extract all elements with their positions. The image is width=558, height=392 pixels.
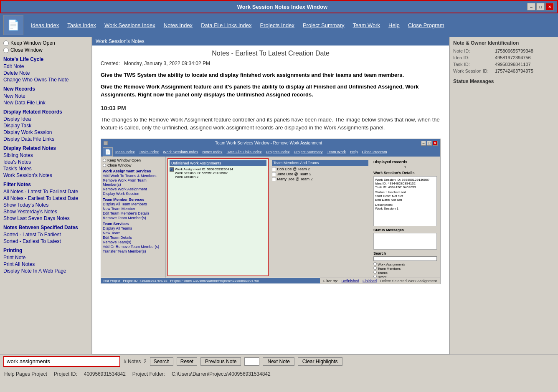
ss-work-item-details: Work Assignment ID: 50080593230414 Work … <box>175 167 233 179</box>
idea-id-value: 49581972394756 <box>495 55 531 60</box>
status-messages-title: Status Messages <box>453 78 555 84</box>
app-logo: 📄 <box>3 15 23 35</box>
ss-radio-team-members: Team Members <box>373 266 437 271</box>
menu-ideas-index[interactable]: Ideas Index <box>27 20 63 30</box>
ss-menu-help: Help <box>348 150 360 154</box>
minimize-button[interactable]: – <box>527 3 535 10</box>
show-last-seven-link[interactable]: Show Last Seven Days Notes <box>3 215 88 221</box>
menu-work-sessions-index[interactable]: Work Sessions Index <box>100 20 160 30</box>
work-session-notes-link[interactable]: Work Session's Notes <box>3 172 88 178</box>
ss-work-item: ✓ Work Assignment ID: 50080593230414 Wor… <box>170 167 266 179</box>
search-input[interactable] <box>3 356 120 367</box>
menu-project-summary[interactable]: Project Summary <box>299 20 349 30</box>
ss-team-member-2: Jane Doe @ Team 2 <box>272 172 369 176</box>
sidebar: Keep Window Open Close Window Note's Lif… <box>0 37 92 354</box>
all-notes-earliest-link[interactable]: All Notes - Earliest To Latest Date <box>3 195 88 201</box>
folder-label: Project Folder: <box>132 371 165 377</box>
menu-bar: 📄 Ideas Index Tasks Index Work Sessions … <box>0 13 558 37</box>
menu-tasks-index[interactable]: Tasks Index <box>63 20 100 30</box>
right-panel: Note & Owner Identification Note ID: 175… <box>449 37 558 354</box>
ss-search-title: Search <box>373 251 437 255</box>
display-task-link[interactable]: Display Task <box>3 123 88 129</box>
title-bar: Work Session Notes Index Window – □ ✕ <box>0 0 558 13</box>
identification-title: Note & Owner Identification <box>453 40 555 46</box>
created-label: Created: <box>101 61 120 66</box>
ss-delete-btn: Delete Selected Work Assignment <box>380 279 437 283</box>
reset-button[interactable]: Reset <box>177 357 197 366</box>
keep-window-open-radio[interactable] <box>3 40 9 46</box>
note-number-input[interactable] <box>244 357 259 366</box>
ss-filter-bar: Filter By: Unfinished Finished Delete Se… <box>320 278 440 284</box>
sorted-earliest-link[interactable]: Sorted - Earliest To Latest <box>3 238 88 244</box>
ss-unfinished-header: Unfinished Work Assignments <box>170 160 266 166</box>
printing-title: Printing <box>3 248 88 253</box>
ss-member1-check <box>272 167 276 171</box>
sibling-notes-link[interactable]: Sibling Notes <box>3 152 88 158</box>
task-id-row: Task ID: 49958396841107 <box>453 62 555 67</box>
all-notes-latest-link[interactable]: All Notes - Latest To Earliest Date <box>3 189 88 195</box>
embedded-screenshot: Team Work Services Window - Remove Work … <box>101 139 441 284</box>
edit-note-link[interactable]: Edit Note <box>3 63 88 69</box>
search-button[interactable]: Search <box>150 357 173 366</box>
note-body-bold1: Give the TWS System the ability to locat… <box>92 68 449 83</box>
note-created: Created: Monday, January 3, 2022 09:34:0… <box>92 59 449 68</box>
display-data-file-links-link[interactable]: Display Data File Links <box>3 136 88 142</box>
new-data-file-link-link[interactable]: New Data File Link <box>3 100 88 106</box>
project-id-label: Project ID: <box>54 371 77 377</box>
show-yesterday-link[interactable]: Show Yesterday's Notes <box>3 209 88 215</box>
note-body-bold2: Give the Remove Work Assignment feature … <box>92 83 449 102</box>
display-work-session-link[interactable]: Display Work Session <box>3 129 88 135</box>
ss-main-content: Unfinished Work Assignments ✓ Work Assig… <box>166 157 440 278</box>
tasks-notes-link[interactable]: Task's Notes <box>3 166 88 172</box>
ss-status-bar: Test Project Project ID: 439388953704768… <box>101 278 320 283</box>
clear-highlights-button[interactable]: Clear Highlights <box>298 357 342 366</box>
menu-team-work[interactable]: Team Work <box>349 20 385 30</box>
ss-member2-check <box>272 172 276 176</box>
print-note-link[interactable]: Print Note <box>3 255 88 260</box>
keep-window-open-option[interactable]: Keep Window Open <box>3 40 88 46</box>
menu-notes-index[interactable]: Notes Index <box>160 20 197 30</box>
menu-projects-index[interactable]: Projects Index <box>256 20 299 30</box>
new-note-link[interactable]: New Note <box>3 93 88 99</box>
restore-button[interactable]: □ <box>536 3 545 10</box>
delete-note-link[interactable]: Delete Note <box>3 70 88 76</box>
folder-path: C:\Users\Darren\Projects\400956931534842 <box>172 371 271 377</box>
ss-filter-label: Filter By: <box>323 279 338 283</box>
sorted-latest-link[interactable]: Sorted - Latest To Earliest <box>3 232 88 238</box>
close-window-option[interactable]: Close Window <box>3 47 88 53</box>
show-today-link[interactable]: Show Today's Notes <box>3 202 88 208</box>
note-paragraph-1: The changes to the Remove Work Assignmen… <box>92 114 449 135</box>
print-all-notes-link[interactable]: Print All Notes <box>3 261 88 267</box>
window-controls: – □ ✕ <box>527 3 554 10</box>
status-section: Status Messages <box>453 78 555 84</box>
idea-id-row: Idea ID: 49581972394756 <box>453 55 555 60</box>
work-session-id-value: 175742463794975 <box>495 68 533 73</box>
previous-note-button[interactable]: Previous Note <box>200 357 241 366</box>
display-idea-link[interactable]: Display Idea <box>3 116 88 122</box>
bold-paragraph-2: Give the Remove Work Assignment feature … <box>101 83 441 99</box>
close-window-label: Close Window <box>10 47 43 53</box>
ss-titlebar: Team Work Services Window - Remove Work … <box>101 139 440 147</box>
display-note-web-link[interactable]: Display Note In A Web Page <box>3 268 88 274</box>
ss-team-members-panel: Team Members And Teams Bob Doe @ Team 2 … <box>270 158 370 276</box>
menu-close-program[interactable]: Close Program <box>404 20 449 30</box>
ss-detail-2: Idea ID: 439448280394132 <box>375 182 435 185</box>
next-note-button[interactable]: Next Note <box>263 357 294 366</box>
menu-data-file-links-index[interactable]: Data File Links Index <box>197 20 256 30</box>
filter-notes-title: Filter Notes <box>3 182 88 187</box>
change-owner-link[interactable]: Change Who Owns The Note <box>3 77 88 83</box>
menu-help[interactable]: Help <box>384 20 404 30</box>
close-button[interactable]: ✕ <box>545 3 554 10</box>
display-related-notes-title: Display Related Notes <box>3 145 88 151</box>
ss-menu-teamwork: Team Work <box>325 150 347 154</box>
ss-displayed-label: Displayed Records <box>373 160 437 164</box>
ss-radio-teams: Teams <box>373 271 437 275</box>
ideas-notes-link[interactable]: Idea's Notes <box>3 159 88 165</box>
ss-radio-work: Work Assignments <box>373 262 437 266</box>
ss-menu-notes: Notes Index <box>200 150 224 154</box>
content-header: Work Session's Notes <box>92 37 449 46</box>
notes-between-dates-title: Notes Between Specified Dates <box>3 225 88 230</box>
ss-end-date: End Date: Not Set <box>375 198 435 202</box>
close-window-radio[interactable] <box>3 48 9 53</box>
window-title: Work Session Notes Index Window <box>38 4 527 10</box>
